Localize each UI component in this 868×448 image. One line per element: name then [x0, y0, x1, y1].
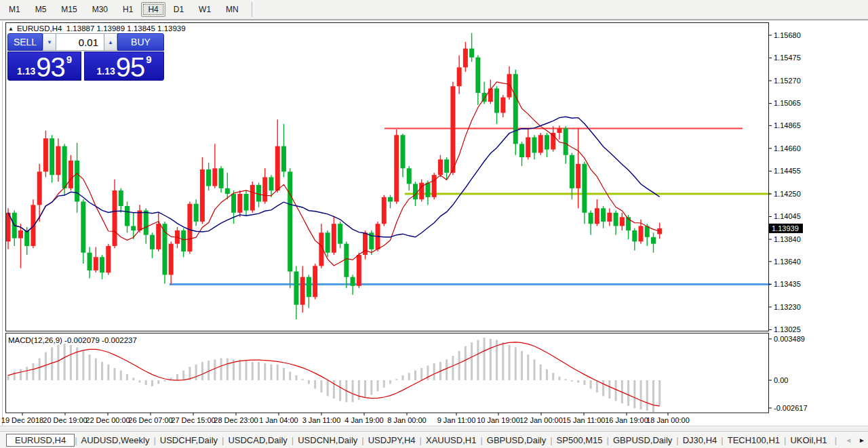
- macd-bar: [534, 359, 536, 380]
- timeframe-button-H1[interactable]: H1: [116, 2, 140, 17]
- timeframe-button-H4[interactable]: H4: [141, 2, 165, 17]
- macd-bar: [151, 380, 153, 386]
- candle-body: [81, 201, 85, 252]
- tab-scroll-nav: | ◄ ►: [835, 432, 865, 448]
- candle-body: [639, 226, 644, 241]
- macd-bar: [7, 375, 9, 380]
- bottom-tab-USDCHF-Daily[interactable]: USDCHF,Daily: [156, 434, 222, 447]
- price-axis-label: 1.15270: [774, 77, 801, 85]
- buy-price-display[interactable]: 1.13 95 9: [84, 52, 164, 81]
- candle-body: [344, 244, 349, 277]
- candle-body: [244, 194, 249, 211]
- timeframe-button-M5[interactable]: M5: [28, 2, 54, 17]
- candle-body: [532, 138, 537, 153]
- chart-title: ▲EURUSD,H4 1.13887 1.13989 1.13845 1.139…: [8, 24, 186, 33]
- sell-price-big: 93: [36, 54, 65, 80]
- candle-body: [113, 190, 117, 246]
- time-axis-label: 8 Jan 00:00: [387, 416, 427, 424]
- buy-price-pip: 9: [146, 54, 151, 65]
- candle-body: [457, 67, 462, 86]
- macd-bar: [302, 379, 304, 380]
- macd-bar: [370, 380, 372, 395]
- bottom-tab-USDJPY-H4[interactable]: USDJPY,H4: [364, 434, 420, 447]
- tab-scroll-right-icon[interactable]: ►: [859, 436, 865, 444]
- bottom-tab-EURUSD-H4[interactable]: EURUSD,H4: [6, 434, 75, 447]
- tab-scroll-left-icon[interactable]: ◄: [845, 436, 852, 444]
- macd-bar: [245, 361, 248, 380]
- macd-bar: [208, 361, 210, 380]
- candle-body: [18, 230, 23, 238]
- macd-bar: [414, 371, 416, 380]
- lot-size-input[interactable]: [56, 33, 104, 51]
- candle-body: [564, 128, 568, 155]
- chart-window[interactable]: 1.156801.154751.152701.150651.148651.146…: [0, 20, 868, 426]
- candle-body: [275, 146, 280, 190]
- macd-bar: [608, 380, 610, 399]
- macd-bar: [163, 380, 165, 382]
- macd-bar: [484, 338, 486, 380]
- candle-body: [500, 98, 505, 113]
- sell-price-display[interactable]: 1.13 93 9: [7, 52, 81, 81]
- lot-increase-button[interactable]: ▲: [104, 33, 117, 51]
- macd-bar: [446, 359, 448, 380]
- bottom-tab-USDCNH-Daily[interactable]: USDCNH,Daily: [294, 434, 361, 447]
- candle-body: [62, 146, 67, 188]
- time-axis-label: 18 Jan 00:00: [646, 416, 690, 424]
- bottom-tab-DJ30-H4[interactable]: DJ30,H4: [679, 434, 722, 447]
- macd-bar: [546, 369, 548, 380]
- candle-body: [545, 135, 549, 149]
- macd-bar: [477, 340, 479, 380]
- macd-bar: [295, 375, 297, 380]
- sell-button[interactable]: SELL: [7, 33, 43, 51]
- macd-bar: [252, 362, 254, 380]
- timeframe-button-D1[interactable]: D1: [167, 2, 191, 17]
- candle-body: [444, 159, 449, 173]
- buy-price-big: 95: [116, 54, 145, 80]
- macd-bar: [95, 359, 97, 380]
- macd-axis-label: 0.00: [774, 376, 788, 384]
- macd-bar: [289, 371, 291, 380]
- bottom-tab-GBPUSD-Daily[interactable]: GBPUSD,Daily: [483, 434, 550, 447]
- macd-bar: [271, 365, 273, 380]
- macd-bar: [502, 342, 504, 380]
- buy-button[interactable]: BUY: [117, 33, 164, 51]
- bottom-tab-USDCAD-Daily[interactable]: USDCAD,Daily: [224, 434, 291, 447]
- macd-bar: [327, 380, 329, 396]
- candle-body: [538, 135, 543, 152]
- lot-decrease-button[interactable]: ▼: [43, 33, 56, 51]
- macd-bar: [139, 380, 141, 383]
- bottom-tab-SP500-M15[interactable]: SP500,M15: [553, 434, 607, 447]
- macd-bar: [20, 369, 22, 380]
- candle-body: [576, 164, 580, 188]
- bottom-tab-AUDUSD-Weekly[interactable]: AUDUSD,Weekly: [77, 434, 154, 447]
- timeframe-button-M30[interactable]: M30: [85, 2, 115, 17]
- candle-body: [94, 257, 98, 270]
- time-axis-label: 12 Jan 00:00: [519, 416, 563, 424]
- bottom-tab-TECH100-H1[interactable]: TECH100,H1: [724, 434, 784, 447]
- candle-body: [595, 208, 599, 224]
- macd-bar: [452, 356, 454, 380]
- time-axis-label: 4 Jan 19:00: [344, 416, 384, 424]
- candle-body: [206, 169, 211, 186]
- timeframe-button-M1[interactable]: M1: [2, 2, 27, 17]
- macd-axis[interactable]: 0.0034890.00-0.002617: [769, 335, 808, 412]
- timeframe-button-W1[interactable]: W1: [192, 2, 218, 17]
- time-axis-label: 16 Jan 19:00: [605, 416, 648, 424]
- macd-axis-label: -0.002617: [774, 404, 808, 412]
- bottom-tab-GBPUSD-Daily[interactable]: GBPUSD,Daily: [609, 434, 676, 447]
- time-axis[interactable]: 19 Dec 201820 Dec 19:0022 Dec 00:0026 De…: [1, 413, 690, 424]
- one-click-trading-panel: SELL ▼ ▲ BUY 1.13 93 9 1.13 95 9: [7, 33, 164, 81]
- chart-hscrollbar[interactable]: [0, 426, 868, 432]
- bottom-tab-UKOil-H1[interactable]: UKOil,H1: [786, 434, 831, 447]
- macd-bar: [157, 380, 159, 384]
- mt4-window: M1M5M15M30H1H4D1W1MN 1.156801.154751.152…: [0, 0, 868, 448]
- bottom-tab-XAUUSD-H1[interactable]: XAUUSD,H1: [422, 434, 480, 447]
- timeframe-button-M15[interactable]: M15: [54, 2, 83, 17]
- price-axis[interactable]: 1.156801.154751.152701.150651.148651.146…: [769, 31, 801, 334]
- timeframe-button-MN[interactable]: MN: [219, 2, 245, 17]
- price-axis-label: 1.15475: [774, 54, 801, 62]
- macd-bar: [320, 380, 322, 392]
- macd-bar: [395, 379, 397, 380]
- macd-bar: [402, 375, 404, 380]
- candle-body: [326, 232, 330, 252]
